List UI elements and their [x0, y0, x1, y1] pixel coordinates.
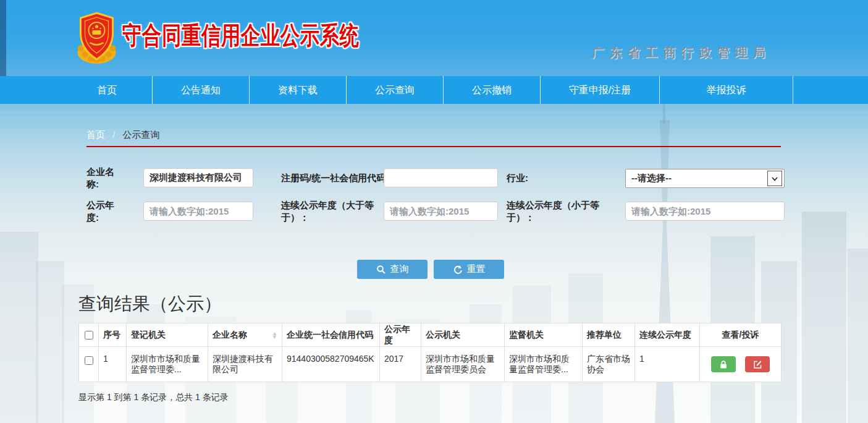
refresh-icon [453, 265, 463, 275]
consecutive-years-ge-input[interactable] [384, 202, 498, 221]
search-button[interactable]: 查询 [357, 260, 428, 279]
nav-item-report-complaint[interactable]: 举报投诉 [660, 76, 793, 104]
cell-seq: 1 [99, 347, 127, 382]
col-supervisory-authority: 监督机关 [505, 323, 583, 347]
search-icon [376, 265, 386, 275]
edit-icon [753, 360, 762, 369]
nav-item-publicity-query[interactable]: 公示查询 [347, 76, 444, 104]
records-summary: 显示第 1 到第 1 条记录，总共 1 条记录 [78, 392, 229, 403]
cell-recommend-unit: 广东省市场协会 [583, 347, 635, 382]
emblem-icon [76, 10, 117, 66]
search-button-label: 查询 [390, 263, 409, 275]
nav-item-apply-register[interactable]: 守重申报/注册 [541, 76, 660, 104]
breadcrumb-separator: / [112, 129, 115, 140]
nav-item-announcements[interactable]: 公告通知 [153, 76, 250, 104]
select-all-checkbox[interactable] [85, 331, 93, 340]
breadcrumb-home[interactable]: 首页 [86, 129, 105, 140]
chevron-down-icon[interactable] [767, 171, 782, 186]
section-divider [86, 146, 781, 147]
cell-company-name: 深圳捷渡科技有限公司 [208, 347, 282, 382]
cell-actions [700, 347, 782, 382]
col-consecutive-years: 连续公示年度 [635, 323, 700, 347]
results-table: 序号 登记机关 企业名称 ▲▼ 企业统一社会信用代码 公示年度 公示机关 监督机… [78, 323, 782, 382]
col-registration-authority: 登记机关 [127, 323, 208, 347]
col-company-name-label: 企业名称 [213, 330, 247, 341]
complaint-button[interactable] [745, 356, 770, 372]
site-title: 守合同重信用企业公示系统 [122, 19, 360, 53]
cell-registration-authority: 深圳市市场和质量监督管理委... [127, 347, 208, 382]
lock-icon [718, 360, 728, 369]
breadcrumb: 首页 / 公示查询 [86, 129, 160, 141]
col-publicity-authority: 公示机关 [421, 323, 505, 347]
publicity-year-input[interactable] [143, 202, 253, 221]
company-name-input[interactable] [143, 168, 253, 187]
view-button[interactable] [711, 356, 736, 372]
breadcrumb-current: 公示查询 [123, 129, 160, 140]
consecutive-years-le-label: 连续公示年度（小于等于）： [507, 197, 607, 226]
consecutive-years-le-input[interactable] [625, 202, 785, 221]
col-seq: 序号 [99, 323, 127, 347]
industry-select-value: --请选择-- [626, 173, 672, 184]
site-header: 守合同重信用企业公示系统 广东省工商行政管理局 [0, 0, 868, 76]
col-recommend-unit: 推荐单位 [583, 323, 635, 347]
reset-button[interactable]: 重置 [434, 260, 504, 279]
cell-publicity-authority: 深圳市市场和质量监督管理委员会 [421, 347, 505, 382]
table-header-row: 序号 登记机关 企业名称 ▲▼ 企业统一社会信用代码 公示年度 公示机关 监督机… [79, 323, 782, 347]
company-name-label: 企业名称: [86, 163, 119, 193]
page: 守合同重信用企业公示系统 广东省工商行政管理局 首页 公告通知 资料下载 公示查… [0, 0, 868, 423]
col-credit-code: 企业统一社会信用代码 [282, 323, 380, 347]
col-publicity-year: 公示年度 [380, 323, 421, 347]
nav-spacer [0, 76, 62, 104]
industry-label: 行业: [507, 163, 528, 193]
cell-publicity-year: 2017 [380, 347, 421, 382]
regcode-label: 注册码/统一社会信用代码: [281, 163, 389, 193]
col-actions: 查看/投诉 [700, 323, 782, 347]
nav-item-home[interactable]: 首页 [62, 76, 153, 104]
industry-select[interactable]: --请选择-- [625, 169, 785, 188]
sort-icon[interactable]: ▲▼ [272, 331, 277, 339]
consecutive-years-ge-label: 连续公示年度（大于等于）： [281, 197, 381, 226]
nav-item-publicity-revoke[interactable]: 公示撤销 [444, 76, 541, 104]
cell-consecutive-years: 1 [635, 347, 700, 382]
cell-credit-code: 91440300582709465K [282, 347, 380, 382]
results-title: 查询结果（公示） [78, 292, 222, 317]
main-nav: 首页 公告通知 资料下载 公示查询 公示撤销 守重申报/注册 举报投诉 [0, 76, 868, 104]
regcode-input[interactable] [384, 168, 498, 187]
table-row: 1 深圳市市场和质量监督管理委... 深圳捷渡科技有限公司 9144030058… [79, 347, 782, 382]
col-company-name: 企业名称 ▲▼ [208, 323, 282, 347]
nav-item-downloads[interactable]: 资料下载 [250, 76, 347, 104]
publicity-year-label: 公示年度: [86, 197, 119, 226]
row-checkbox[interactable] [85, 356, 93, 365]
cell-supervisory-authority: 深圳市市场和质量监督管理委... [505, 347, 583, 382]
reset-button-label: 重置 [467, 263, 486, 275]
agency-name: 广东省工商行政管理局 [592, 45, 771, 61]
